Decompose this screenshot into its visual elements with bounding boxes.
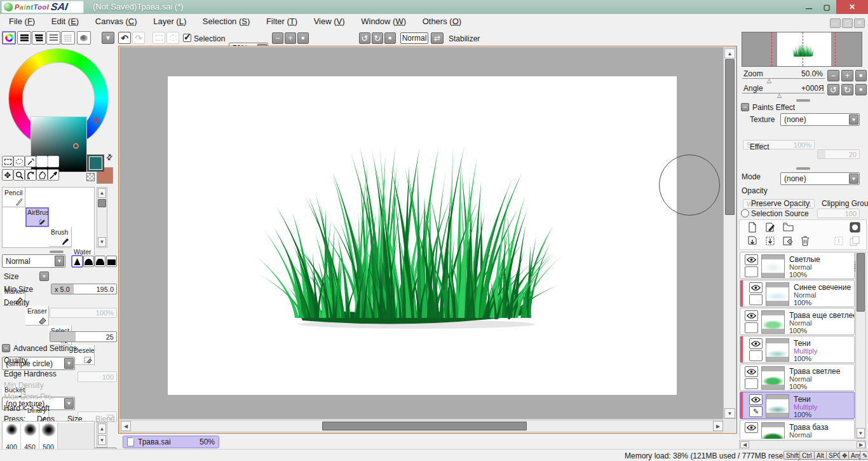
document-tab[interactable]: Трава.sai 50% (123, 436, 219, 448)
magic-wand-tool-button[interactable] (25, 156, 36, 167)
layer-row-svetlye[interactable]: Светлые Normal 100% (740, 252, 855, 279)
tool-eraser[interactable]: Eraser (25, 306, 49, 326)
redo-button[interactable]: ↷ (132, 32, 145, 44)
selection-float-button[interactable] (166, 32, 179, 44)
lasso-tool-button[interactable] (13, 156, 25, 167)
zoom-tool-button[interactable] (13, 169, 25, 181)
menu-view[interactable]: View (V) (313, 14, 346, 29)
flip-horizontal-button[interactable]: ⇄ (431, 32, 444, 44)
color-mixer-panel-button[interactable] (46, 31, 60, 45)
doc-minimize-button[interactable]: — (830, 18, 841, 28)
canvas-scroll-up[interactable]: ▲ (724, 48, 735, 58)
layer-extra-checkbox[interactable] (749, 294, 763, 305)
paint-mode-button[interactable]: Normal (400, 32, 428, 44)
menu-window[interactable]: Window (W) (360, 14, 407, 29)
brush-shape-square-button[interactable] (106, 256, 117, 267)
brush-shape-strength[interactable]: 100 (78, 371, 117, 382)
rotate-cw-button[interactable]: ↻ (372, 32, 383, 44)
tool-pencil[interactable]: Pencil (3, 188, 25, 207)
density-slider[interactable]: 25 (50, 331, 117, 342)
blend-dropdown-arrow-icon[interactable]: ▼ (55, 256, 64, 266)
size-preset-400[interactable]: 400 (3, 423, 21, 450)
swatches-panel-button[interactable] (61, 31, 75, 45)
panel-divider-handle[interactable] (50, 251, 64, 253)
layer-scroll-down[interactable]: ▼ (857, 428, 865, 438)
texture-dropdown-arrow-icon[interactable]: ▼ (64, 398, 74, 409)
transparent-color-button[interactable] (86, 173, 95, 181)
clear-layer-button[interactable] (783, 236, 796, 248)
texture-strength-slider[interactable]: 20 (817, 149, 860, 159)
delete-layer-button[interactable] (801, 236, 813, 248)
panel-divider-handle[interactable] (796, 99, 810, 102)
rotate-reset-button[interactable]: ■ (384, 32, 396, 44)
swap-colors-icon[interactable]: ⇄ (104, 151, 115, 162)
canvas-scroll-left[interactable]: ◀ (121, 421, 131, 431)
nav-zoom-track[interactable] (742, 78, 825, 79)
layer-list-hscrollbar[interactable]: ◀ ▶ (739, 440, 866, 450)
canvas-vscrollbar[interactable]: ▲ ▼ (723, 47, 736, 419)
layer-visibility-toggle[interactable] (745, 422, 758, 433)
layer-visibility-toggle[interactable] (745, 366, 758, 377)
advanced-settings-collapse-button[interactable]: − (2, 344, 10, 352)
layer-row-teni-upper[interactable]: Тени Multiply 100% (740, 336, 855, 363)
marquee-tool-button[interactable] (2, 156, 13, 167)
navigator-preview[interactable] (742, 32, 862, 67)
texture-dropdown-arrow-icon[interactable]: ▼ (849, 114, 858, 125)
canvas-scroll-down[interactable]: ▼ (724, 408, 735, 418)
color-wheel-panel-button[interactable] (2, 31, 16, 45)
hand-tool-button[interactable] (36, 169, 48, 181)
preset-scroll-up[interactable]: ▲ (98, 423, 106, 434)
nav-zoom-reset-button[interactable]: ■ (855, 70, 867, 81)
effect-dropdown-arrow-icon[interactable]: ▼ (849, 174, 858, 184)
brush-blend-mode-dropdown[interactable]: Normal ▼ (2, 254, 65, 268)
nav-rotate-cw-button[interactable]: ↻ (841, 84, 853, 95)
layer-visibility-toggle[interactable] (745, 310, 758, 321)
canvas-viewport[interactable] (119, 47, 723, 419)
layer-mask-button[interactable] (850, 222, 862, 234)
menu-filter[interactable]: Filter (T) (265, 14, 299, 29)
nav-zoom-in-button[interactable]: + (841, 70, 853, 81)
nav-rotate-reset-button[interactable]: ■ (855, 84, 867, 95)
new-layer-set-button[interactable] (783, 222, 796, 234)
menu-selection[interactable]: Selection (S) (201, 14, 251, 29)
layer-extra-checkbox[interactable] (745, 266, 758, 277)
menu-others[interactable]: Others (O) (421, 14, 463, 29)
brush-shape-spike-button[interactable] (72, 256, 83, 267)
layer-row-teni-selected[interactable]: ✎ Тени Multiply 100% (740, 392, 855, 419)
layer-extra-checkbox[interactable] (745, 322, 758, 333)
eyedropper-tool-button[interactable] (48, 169, 59, 181)
layer-visibility-toggle[interactable] (749, 338, 763, 349)
effect-dropdown[interactable]: (none) ▼ (780, 172, 860, 185)
copy-layer-button-disabled[interactable] (850, 236, 862, 248)
layer-visibility-toggle[interactable] (749, 394, 763, 405)
doc-restore-button[interactable]: ▢ (842, 18, 853, 28)
layer-scroll-left[interactable]: ◀ (740, 441, 749, 448)
menu-edit[interactable]: Edit (E) (50, 14, 80, 29)
merge-copy-button-disabled[interactable] (834, 236, 846, 248)
texture-dropdown[interactable]: (none) ▼ (780, 113, 860, 126)
tool-grid-scroll-up[interactable]: ▲ (98, 188, 106, 198)
selection-source-radio[interactable] (741, 209, 749, 217)
undo-button[interactable]: ↶ (118, 32, 131, 44)
transfer-down-button[interactable] (747, 236, 760, 248)
layer-row-trava-esche-svetlee[interactable]: Трава еще светлее Normal 100% (740, 308, 855, 335)
rotate-canvas-tool-button[interactable] (25, 169, 36, 181)
nav-rotate-ccw-button[interactable]: ↺ (827, 84, 839, 95)
canvas-hscrollbar[interactable]: ◀ ▶ (119, 420, 723, 432)
zoom-reset-button[interactable]: ■ (297, 32, 309, 44)
nav-zoom-out-button[interactable]: − (827, 70, 839, 81)
size-preset-500[interactable]: 500 (39, 423, 58, 450)
new-layer-button[interactable] (747, 222, 760, 234)
nav-angle-slider-handle[interactable]: △ (777, 92, 782, 99)
menu-layer[interactable]: Layer (L) (152, 14, 187, 29)
layer-scroll-right[interactable]: ▶ (857, 441, 865, 448)
layer-row-sinee-svechenie[interactable]: Синее свечение Normal 100% (740, 280, 855, 307)
tool-grid-scroll-down[interactable]: ▼ (98, 237, 106, 247)
layer-list-vscrollbar[interactable]: ▼ (855, 252, 866, 439)
canvas-vscroll-thumb[interactable] (725, 59, 735, 215)
layer-row-trava-baza[interactable]: Трава база Normal (740, 420, 855, 439)
hue-marker[interactable] (93, 118, 99, 123)
primary-color-swatch[interactable] (87, 155, 104, 172)
selection-checkbox[interactable]: ✓ (183, 34, 191, 42)
layer-paint-target-toggle[interactable]: ✎ (749, 406, 763, 417)
